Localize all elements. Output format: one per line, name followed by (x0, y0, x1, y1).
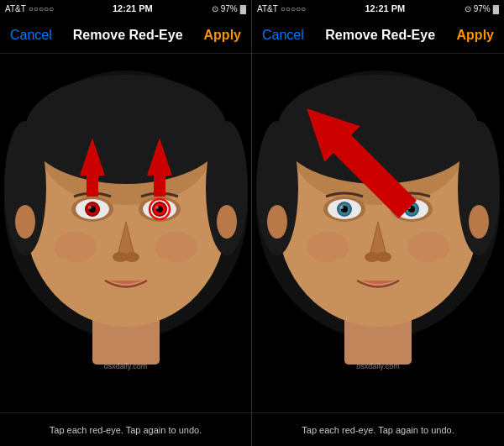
watermark-left: osxdaily.com (104, 362, 147, 370)
instruction-text-right: Tap each red-eye. Tap again to undo. (302, 425, 454, 435)
svg-point-52 (407, 232, 449, 262)
time-right: 12:21 PM (365, 3, 406, 13)
svg-point-21 (124, 252, 139, 262)
wifi-icon-left: ⊙ (212, 4, 218, 13)
left-panel: AT&T ○○○○○ 12:21 PM ⊙ 97% ▓ Cancel Remov… (0, 0, 252, 446)
photo-area-right[interactable]: osxdaily.com (252, 54, 504, 412)
status-right-left: ⊙ 97% ▓ (212, 4, 246, 13)
svg-point-51 (307, 232, 349, 262)
svg-point-25 (217, 205, 237, 239)
status-bar-left: AT&T ○○○○○ 12:21 PM ⊙ 97% ▓ (0, 0, 251, 17)
svg-point-43 (340, 206, 344, 209)
svg-point-54 (469, 205, 489, 239)
svg-point-5 (25, 75, 227, 184)
svg-point-14 (88, 206, 92, 209)
svg-point-24 (15, 205, 35, 239)
photo-svg-right (252, 54, 504, 370)
status-left: AT&T ○○○○○ (5, 4, 54, 13)
cancel-button-left[interactable]: Cancel (10, 28, 52, 43)
right-panel: AT&T ○○○○○ 12:21 PM ⊙ 97% ▓ Cancel Remov… (252, 0, 504, 446)
carrier-left: AT&T (5, 4, 26, 13)
instruction-bar-right: Tap each red-eye. Tap again to undo. (252, 412, 504, 446)
status-bar-right: AT&T ○○○○○ 12:21 PM ⊙ 97% ▓ (252, 0, 504, 17)
battery-right: 97% (474, 4, 491, 13)
svg-point-22 (55, 232, 97, 262)
svg-point-23 (155, 232, 197, 262)
svg-point-53 (267, 205, 287, 239)
battery-left: 97% (221, 4, 238, 13)
svg-point-19 (155, 206, 159, 209)
apply-button-left[interactable]: Apply (204, 28, 241, 43)
svg-point-50 (376, 252, 391, 262)
photo-svg-left (0, 54, 251, 370)
time-left: 12:21 PM (113, 3, 153, 13)
status-right-right: ⊙ 97% ▓ (465, 4, 499, 13)
battery-icon-left: ▓ (240, 4, 246, 13)
signal-right: ○○○○○ (281, 4, 306, 13)
watermark-right: osxdaily.com (356, 362, 399, 370)
instruction-bar-left: Tap each red-eye. Tap again to undo. (0, 412, 251, 446)
nav-bar-left: Cancel Remove Red-Eye Apply (0, 17, 251, 54)
nav-title-left: Remove Red-Eye (73, 28, 183, 43)
cancel-button-right[interactable]: Cancel (262, 28, 304, 43)
instruction-text-left: Tap each red-eye. Tap again to undo. (50, 425, 202, 435)
nav-bar-right: Cancel Remove Red-Eye Apply (252, 17, 504, 54)
nav-title-right: Remove Red-Eye (325, 28, 435, 43)
signal-left: ○○○○○ (29, 4, 54, 13)
panels: AT&T ○○○○○ 12:21 PM ⊙ 97% ▓ Cancel Remov… (0, 0, 504, 446)
wifi-icon-right: ⊙ (465, 4, 471, 13)
apply-button-right[interactable]: Apply (457, 28, 494, 43)
battery-icon-right: ▓ (493, 4, 499, 13)
main-container: AT&T ○○○○○ 12:21 PM ⊙ 97% ▓ Cancel Remov… (0, 0, 504, 446)
photo-area-left[interactable]: osxdaily.com (0, 54, 251, 412)
status-left-right: AT&T ○○○○○ (257, 4, 306, 13)
carrier-right: AT&T (257, 4, 278, 13)
